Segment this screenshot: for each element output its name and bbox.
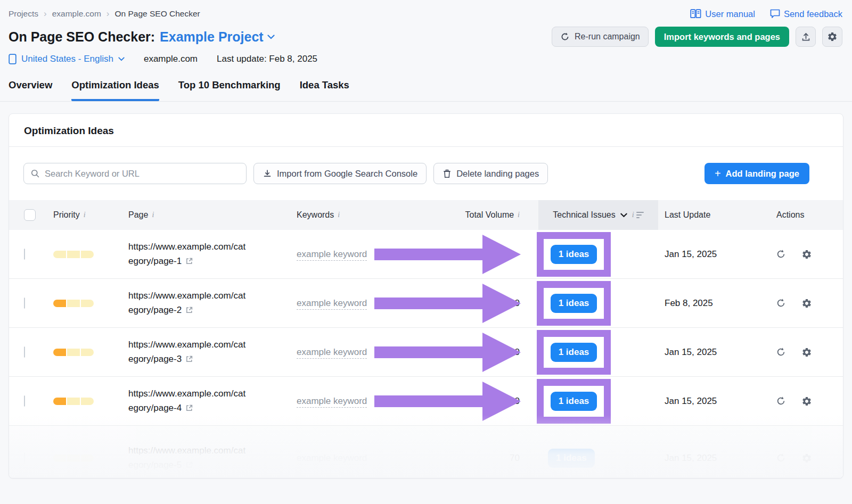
- delete-landing-pages-button[interactable]: Delete landing pages: [433, 163, 548, 184]
- delete-landing-pages-label: Delete landing pages: [456, 169, 539, 179]
- refresh-row-icon[interactable]: [776, 396, 786, 407]
- row-checkbox[interactable]: [24, 395, 25, 407]
- search-input[interactable]: [45, 169, 240, 179]
- page-url-line1: https://www.example.com/cat: [128, 289, 297, 303]
- breadcrumb-projects[interactable]: Projects: [9, 9, 38, 19]
- send-feedback-link[interactable]: Send feedback: [770, 9, 842, 19]
- external-link-icon[interactable]: [185, 257, 193, 265]
- tab-overview[interactable]: Overview: [9, 79, 52, 101]
- external-link-icon[interactable]: [185, 306, 193, 314]
- rerun-campaign-button[interactable]: Re-run campaign: [552, 27, 649, 47]
- refresh-row-icon[interactable]: [776, 298, 786, 309]
- col-technical-issues[interactable]: Technical Issues i: [538, 200, 658, 230]
- external-link-icon[interactable]: [185, 461, 193, 469]
- ideas-button[interactable]: 1 ideas: [551, 294, 597, 313]
- top-links: User manual Send feedback: [690, 9, 842, 19]
- info-icon[interactable]: i: [338, 211, 340, 219]
- title-actions: Re-run campaign Import keywords and page…: [552, 27, 842, 47]
- import-gsc-label: Import from Google Search Console: [277, 169, 417, 179]
- breadcrumb-domain[interactable]: example.com: [52, 9, 101, 19]
- priority-bar: [53, 300, 128, 307]
- locale-label: United States - English: [21, 54, 113, 64]
- import-keywords-button[interactable]: Import keywords and pages: [655, 27, 789, 47]
- gear-row-icon[interactable]: [801, 453, 812, 464]
- export-icon: [801, 32, 811, 42]
- page-url-line1: https://www.example.com/cat: [128, 338, 297, 352]
- table-row: https://www.example.com/cat egory/page-3…: [9, 328, 843, 377]
- page-url-line2: egory/page-2: [128, 303, 182, 317]
- add-landing-page-button[interactable]: + Add landing page: [704, 163, 809, 184]
- tab-top10-benchmarking[interactable]: Top 10 Benchmarking: [178, 79, 281, 101]
- col-keywords[interactable]: Keywords i: [297, 210, 446, 220]
- col-total-volume[interactable]: Total Volume i: [446, 210, 520, 220]
- col-actions-label: Actions: [776, 210, 804, 220]
- settings-button[interactable]: [822, 27, 842, 47]
- keyword-link[interactable]: example keyword: [297, 396, 367, 408]
- ideas-button[interactable]: 1 ideas: [551, 343, 597, 362]
- total-volume-value: 70: [446, 453, 520, 464]
- user-manual-label: User manual: [705, 9, 755, 19]
- external-link-icon[interactable]: [185, 404, 193, 412]
- tab-idea-tasks[interactable]: Idea Tasks: [300, 79, 349, 101]
- send-feedback-label: Send feedback: [784, 9, 842, 19]
- search-box: [23, 163, 247, 184]
- priority-bar: [53, 349, 128, 356]
- select-all-checkbox[interactable]: [24, 209, 36, 221]
- export-button[interactable]: [796, 27, 816, 47]
- page-url-line2: egory/page-5: [128, 458, 182, 472]
- gear-row-icon[interactable]: [801, 249, 812, 260]
- info-icon[interactable]: i: [152, 211, 154, 219]
- keyword-link[interactable]: example keyword: [297, 249, 367, 261]
- import-gsc-button[interactable]: Import from Google Search Console: [253, 163, 427, 184]
- user-manual-link[interactable]: User manual: [690, 9, 755, 19]
- ideas-button[interactable]: 1 ideas: [551, 392, 597, 411]
- row-checkbox[interactable]: [24, 452, 25, 464]
- project-name: Example Project: [160, 29, 264, 45]
- col-page[interactable]: Page i: [128, 210, 297, 220]
- keyword-link[interactable]: example keyword: [297, 298, 367, 310]
- row-checkbox[interactable]: [24, 346, 25, 358]
- col-priority[interactable]: Priority i: [53, 210, 128, 220]
- top-bar: Projects › example.com › On Page SEO Che…: [0, 0, 852, 19]
- refresh-icon: [560, 32, 570, 42]
- keyword-link[interactable]: example keyword: [297, 453, 367, 465]
- last-update-value: Jan 15, 2025: [658, 249, 772, 260]
- info-icon[interactable]: i: [84, 211, 86, 219]
- chevron-down-icon: [118, 57, 125, 61]
- ideas-button[interactable]: 1 ideas: [548, 449, 595, 468]
- refresh-row-icon[interactable]: [776, 453, 786, 464]
- breadcrumb-current: On Page SEO Checker: [115, 9, 200, 19]
- ideas-button[interactable]: 1 ideas: [551, 245, 597, 264]
- breadcrumb: Projects › example.com › On Page SEO Che…: [9, 9, 200, 19]
- external-link-icon[interactable]: [185, 355, 193, 363]
- col-priority-label: Priority: [53, 210, 80, 220]
- table-row: https://www.example.com/cat egory/page-1…: [9, 230, 843, 279]
- refresh-row-icon[interactable]: [776, 249, 786, 260]
- gear-row-icon[interactable]: [801, 298, 812, 309]
- tab-optimization-ideas[interactable]: Optimization Ideas: [71, 79, 159, 101]
- total-volume-value: 20: [446, 396, 520, 407]
- gear-row-icon[interactable]: [801, 396, 812, 407]
- download-icon: [263, 169, 272, 178]
- annotation-highlight-box: 1 ideas: [537, 330, 611, 375]
- col-actions: Actions: [772, 210, 843, 220]
- col-technical-issues-label: Technical Issues: [553, 210, 615, 220]
- page-url-line1: https://www.example.com/cat: [128, 387, 297, 401]
- col-last-update[interactable]: Last Update: [658, 210, 772, 220]
- project-domain: example.com: [144, 54, 198, 64]
- row-checkbox[interactable]: [24, 249, 25, 260]
- chevron-right-icon: ›: [44, 9, 47, 19]
- project-selector[interactable]: Example Project: [160, 29, 275, 45]
- keyword-link[interactable]: example keyword: [297, 347, 367, 359]
- locale-selector[interactable]: United States - English: [9, 54, 125, 64]
- gear-row-icon[interactable]: [801, 347, 812, 358]
- refresh-row-icon[interactable]: [776, 347, 786, 358]
- sort-descending-icon[interactable]: i: [632, 211, 644, 219]
- annotation-highlight-box: 1 ideas: [537, 232, 611, 277]
- page-url-line2: egory/page-3: [128, 352, 182, 366]
- last-update-value: Feb 8, 2025: [658, 298, 772, 309]
- col-total-volume-label: Total Volume: [465, 210, 514, 220]
- priority-bar: [53, 398, 128, 405]
- chevron-right-icon: ›: [106, 9, 110, 19]
- row-checkbox[interactable]: [24, 298, 25, 309]
